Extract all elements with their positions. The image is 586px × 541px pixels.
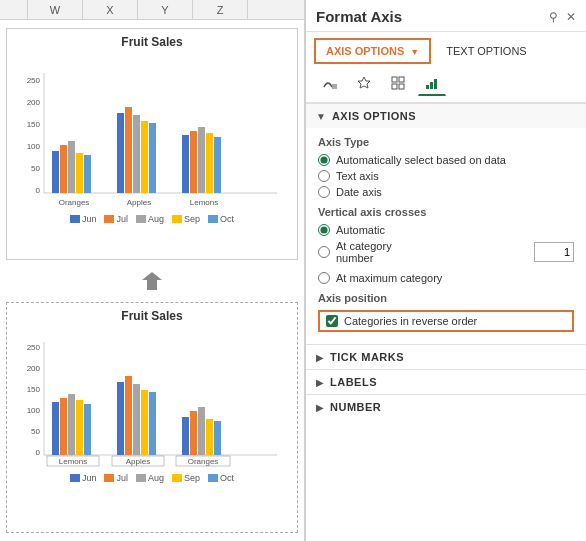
spreadsheet-area: W X Y Z Fruit Sales 0 50 100 150 200 250: [0, 0, 305, 541]
col-w-header: W: [28, 0, 83, 19]
svg-rect-19: [190, 131, 197, 193]
vertical-crosses-label: Vertical axis crosses: [318, 206, 574, 218]
chart2-legend: Jun Jul Aug Sep Oct: [13, 473, 291, 483]
chart1: Fruit Sales 0 50 100 150 200 250: [6, 28, 298, 260]
close-icon[interactable]: ✕: [566, 10, 576, 24]
number-section[interactable]: ▶ NUMBER: [306, 394, 586, 419]
size-properties-icon[interactable]: [384, 70, 412, 96]
categories-reverse-checkbox[interactable]: [326, 315, 338, 327]
svg-rect-8: [52, 151, 59, 193]
svg-text:250: 250: [27, 76, 41, 85]
section-axis-options-content: Axis Type Automatically select based on …: [306, 128, 586, 344]
axis-type-label: Axis Type: [318, 136, 574, 148]
svg-text:100: 100: [27, 142, 41, 151]
tick-marks-title: TICK MARKS: [330, 351, 404, 363]
labels-section[interactable]: ▶ LABELS: [306, 369, 586, 394]
legend-aug: Aug: [136, 214, 164, 224]
radio-text[interactable]: [318, 170, 330, 182]
pin-icon[interactable]: ⚲: [549, 10, 558, 24]
arrow-icon: [140, 270, 164, 292]
chart2-title: Fruit Sales: [13, 309, 291, 323]
legend2-aug: Aug: [136, 473, 164, 483]
radio-date[interactable]: [318, 186, 330, 198]
radio-date-label[interactable]: Date axis: [318, 186, 574, 198]
svg-text:150: 150: [27, 385, 41, 394]
svg-rect-60: [392, 84, 397, 89]
radio-auto[interactable]: [318, 154, 330, 166]
radio-date-text: Date axis: [336, 186, 382, 198]
section-axis-options-header[interactable]: ▼ AXIS OPTIONS: [306, 103, 586, 128]
svg-text:150: 150: [27, 120, 41, 129]
svg-rect-18: [182, 135, 189, 193]
tick-marks-section[interactable]: ▶ TICK MARKS: [306, 344, 586, 369]
labels-arrow: ▶: [316, 377, 324, 388]
svg-rect-11: [76, 153, 83, 193]
svg-rect-40: [117, 382, 124, 455]
radio-text-label[interactable]: Text axis: [318, 170, 574, 182]
svg-rect-44: [149, 392, 156, 455]
col-z-header: Z: [193, 0, 248, 19]
svg-rect-16: [141, 121, 148, 193]
number-title: NUMBER: [330, 401, 381, 413]
radio-text-text: Text axis: [336, 170, 379, 182]
categories-reverse-text: Categories in reverse order: [344, 315, 477, 327]
chart1-title: Fruit Sales: [13, 35, 291, 49]
panel-title: Format Axis: [316, 8, 402, 25]
format-axis-panel: Format Axis ⚲ ✕ AXIS OPTIONS ▼ TEXT OPTI…: [305, 0, 586, 541]
column-headers: W X Y Z: [0, 0, 304, 20]
category-number-input[interactable]: [534, 242, 574, 262]
at-category-row: At categorynumber: [318, 240, 574, 264]
radio-max-category-label[interactable]: At maximum category: [318, 272, 574, 284]
svg-rect-10: [68, 141, 75, 193]
legend-oct: Oct: [208, 214, 234, 224]
svg-text:200: 200: [27, 364, 41, 373]
radio-automatic-label[interactable]: Automatic: [318, 224, 574, 236]
radio-max-category[interactable]: [318, 272, 330, 284]
axis-options-icon[interactable]: [418, 70, 446, 96]
axis-type-radio-group: Automatically select based on data Text …: [318, 154, 574, 198]
legend-sep: Sep: [172, 214, 200, 224]
svg-rect-39: [84, 404, 91, 455]
svg-rect-15: [133, 115, 140, 193]
svg-text:Oranges: Oranges: [59, 198, 90, 207]
svg-rect-17: [149, 123, 156, 193]
radio-at-category-text: At categorynumber: [336, 240, 392, 264]
chart2-svg: 0 50 100 150 200 250: [13, 327, 291, 467]
legend2-oct: Oct: [208, 473, 234, 483]
categories-reverse-checkbox-label[interactable]: Categories in reverse order: [318, 310, 574, 332]
svg-rect-46: [190, 411, 197, 455]
charts-container: Fruit Sales 0 50 100 150 200 250: [0, 20, 304, 541]
tab-text-options[interactable]: TEXT OPTIONS: [435, 38, 537, 64]
radio-auto-label[interactable]: Automatically select based on data: [318, 154, 574, 166]
legend-jul: Jul: [104, 214, 128, 224]
svg-rect-9: [60, 145, 67, 193]
svg-text:100: 100: [27, 406, 41, 415]
col-y-header: Y: [138, 0, 193, 19]
chart2: Fruit Sales 0 50 100 150 200 250: [6, 302, 298, 534]
svg-marker-57: [358, 77, 370, 88]
svg-text:200: 200: [27, 98, 41, 107]
labels-title: LABELS: [330, 376, 377, 388]
section-expand-arrow: ▼: [316, 111, 326, 122]
svg-text:Lemons: Lemons: [190, 198, 218, 207]
fill-line-icon[interactable]: [316, 70, 344, 96]
radio-at-category-label[interactable]: At categorynumber: [318, 240, 392, 264]
svg-rect-58: [392, 77, 397, 82]
tick-marks-arrow: ▶: [316, 352, 324, 363]
svg-text:0: 0: [36, 186, 41, 195]
radio-at-category[interactable]: [318, 246, 330, 258]
radio-automatic[interactable]: [318, 224, 330, 236]
svg-rect-49: [214, 421, 221, 455]
col-x-header: X: [83, 0, 138, 19]
down-arrow: [6, 270, 298, 292]
tab-axis-options[interactable]: AXIS OPTIONS ▼: [314, 38, 431, 64]
radio-automatic-text: Automatic: [336, 224, 385, 236]
panel-close-icons: ⚲ ✕: [549, 10, 576, 24]
icon-bar: [306, 64, 586, 103]
svg-text:50: 50: [31, 427, 40, 436]
effects-icon[interactable]: [350, 70, 378, 96]
svg-rect-36: [60, 398, 67, 455]
svg-rect-13: [117, 113, 124, 193]
svg-rect-38: [76, 400, 83, 455]
vertical-crosses-radio-group: Automatic At categorynumber At maximum c…: [318, 224, 574, 284]
